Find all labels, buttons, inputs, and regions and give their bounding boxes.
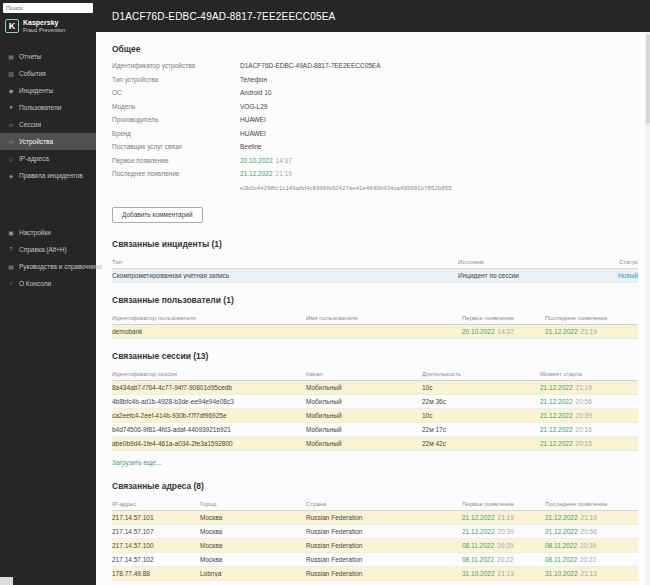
settings-icon: ▣ — [7, 229, 15, 236]
field-label: ОС — [112, 89, 240, 97]
field-model: Модель VOG-L29 — [112, 103, 638, 111]
section-title-incidents: Связанные инциденты (1) — [112, 239, 638, 249]
sidebar-item-label: Настройки — [19, 229, 51, 236]
address-first-seen: 21.12.202220:39 — [462, 528, 545, 535]
field-value: 21.12.202221:19 — [240, 170, 292, 178]
field-value: HUAWEI — [240, 116, 266, 124]
sidebar-collapse-button[interactable] — [0, 577, 13, 585]
search-input[interactable] — [3, 3, 93, 13]
address-last-seen: 21.12.202220:56 — [545, 528, 638, 535]
sidebar-item-label: Справка (Alt+H) — [19, 246, 67, 253]
column-header-first-seen: Первое появление — [462, 315, 545, 321]
ip-address: 217.14.57.101 — [112, 514, 200, 521]
column-header-session-id: Идентификатор сессии — [112, 371, 306, 377]
field-label: Бренд — [112, 130, 240, 138]
session-start: 21.12.202220:15 — [540, 440, 638, 447]
sidebar-item-about-console[interactable]: i О Консоли — [0, 275, 96, 292]
sidebar-item-incident-rules[interactable]: ◈ Правила инцидентов — [0, 167, 96, 184]
session-row[interactable]: ca2eefc4-2eef-414b-930b-f7f7df96925e Моб… — [112, 409, 638, 423]
address-row[interactable]: 217.14.57.102 Москва Russian Federation … — [112, 553, 638, 567]
address-row[interactable]: 217.14.57.100 Москва Russian Federation … — [112, 539, 638, 553]
date-value: 21.12.2022 — [540, 398, 573, 405]
field-label: Первое появление — [112, 157, 240, 165]
events-icon: ▥ — [7, 70, 15, 77]
sidebar-item-reports[interactable]: ▤ Отчеты — [0, 48, 96, 65]
field-value: HUAWEI — [240, 130, 266, 138]
scrollbar-thumb[interactable] — [646, 34, 650, 124]
field-manufacturer: Производитель HUAWEI — [112, 116, 638, 124]
column-header-last-seen: Последнее появление — [545, 501, 638, 507]
incident-type: Скомпрометированная учетная запись — [112, 272, 458, 279]
vertical-scrollbar[interactable] — [645, 32, 650, 585]
time-value: 20:39 — [576, 412, 592, 419]
sidebar-item-guides[interactable]: ▤ Руководства и справочники — [0, 258, 96, 275]
field-first-seen: Первое появление 20.10.202214:37 — [112, 157, 638, 165]
time-value: 21:13 — [581, 570, 597, 577]
ip-address: 178.77.49.88 — [112, 570, 200, 577]
address-last-seen: 08.11.202220:39 — [545, 542, 638, 549]
sidebar-item-settings[interactable]: ▣ Настройки — [0, 224, 96, 241]
address-first-seen: 21.12.202221:19 — [462, 514, 545, 521]
ip-address: 217.14.57.107 — [112, 528, 200, 535]
column-header-ip: IP-адрес — [112, 501, 200, 507]
incident-source: Инцидент по сессии — [458, 272, 604, 279]
address-row[interactable]: 178.77.49.88 Lobnya Russian Federation 3… — [112, 567, 638, 581]
field-label: Последнее появление — [112, 170, 240, 178]
date-value: 20.10.2022 — [462, 328, 495, 335]
load-more-link[interactable]: Загрузить еще... — [112, 459, 161, 466]
session-channel: Мобильный — [306, 412, 422, 419]
address-first-seen: 08.11.202220:22 — [462, 556, 545, 563]
field-os: ОС Android 10 — [112, 89, 638, 97]
time-value: 21:19 — [576, 384, 592, 391]
field-device-type: Тип устройства Телефон — [112, 76, 638, 84]
country: Russian Federation — [306, 542, 462, 549]
date-value: 21.12.2022 — [545, 514, 578, 521]
session-row[interactable]: 4b8bfc4b-ad1b-4928-b3de-ee94e94e08c3 Моб… — [112, 395, 638, 409]
column-header-last-seen: Последнее появление — [545, 315, 638, 321]
session-row[interactable]: 8a434ab7-f764-4c77-94f7-90801d95cedb Моб… — [112, 381, 638, 395]
field-device-id: Идентификатор устройства D1ACF76D-EDBC-4… — [112, 62, 638, 70]
session-row[interactable]: abe0b9d4-1fe4-461a-a034-2fe3a1592800 Моб… — [112, 437, 638, 451]
sessions-icon: ▱ — [7, 121, 15, 128]
field-carrier: Поставщик услуг связи Beeline — [112, 143, 638, 151]
sidebar-item-label: О Консоли — [19, 280, 51, 287]
sidebar-item-help[interactable]: ? Справка (Alt+H) — [0, 241, 96, 258]
time-value: 21:19 — [498, 514, 514, 521]
ip-address: 217.14.57.100 — [112, 542, 200, 549]
address-row[interactable]: 217.14.57.107 Москва Russian Federation … — [112, 525, 638, 539]
session-channel: Мобильный — [306, 440, 422, 447]
city: Москва — [200, 556, 306, 563]
user-row[interactable]: demobank 20.10.202214:37 21.12.202221:19 — [112, 325, 638, 339]
session-start: 21.12.202221:19 — [540, 384, 638, 391]
city: Lobnya — [200, 570, 306, 577]
time-value: 20:39 — [580, 542, 596, 549]
incidents-icon: ◆ — [7, 87, 15, 94]
incident-rules-icon: ◈ — [7, 172, 15, 179]
incident-row[interactable]: Скомпрометированная учетная запись Инцид… — [112, 269, 638, 283]
sidebar-item-devices[interactable]: ▭ Устройства — [0, 133, 96, 150]
sidebar-item-users[interactable]: ● Пользователи — [0, 99, 96, 116]
address-last-seen: 21.12.202221:19 — [545, 514, 638, 521]
field-brand: Бренд HUAWEI — [112, 130, 638, 138]
incidents-table: Тип Источник Статус Скомпрометированная … — [112, 257, 638, 283]
sidebar-item-incidents[interactable]: ◆ Инциденты — [0, 82, 96, 99]
session-start: 21.12.202220:56 — [540, 398, 638, 405]
session-duration: 10с — [422, 384, 540, 391]
brand-subtitle: Fraud Prevention — [23, 27, 65, 34]
add-comment-button[interactable]: Добавить комментарий — [112, 207, 203, 223]
incidents-table-header: Тип Источник Статус — [112, 257, 638, 269]
field-value: Android 10 — [240, 89, 271, 97]
column-header-source: Источник — [458, 259, 604, 265]
city: Москва — [200, 542, 306, 549]
sidebar-item-label: Пользователи — [19, 104, 61, 111]
column-header-duration: Длительность — [422, 371, 540, 377]
sidebar-item-ip-addresses[interactable]: ◇ IP-адреса — [0, 150, 96, 167]
sidebar-item-sessions[interactable]: ▱ Сессии — [0, 116, 96, 133]
date-value: 08.11.2022 — [545, 556, 577, 563]
time-value: 20:22 — [497, 556, 513, 563]
address-row[interactable]: 217.14.57.101 Москва Russian Federation … — [112, 511, 638, 525]
ip-addresses-icon: ◇ — [7, 155, 15, 162]
session-row[interactable]: b4d74506-9f81-4fd3-adaf-44093921b921 Моб… — [112, 423, 638, 437]
sidebar-item-events[interactable]: ▥ События — [0, 65, 96, 82]
sidebar-item-label: Правила инцидентов — [19, 172, 83, 179]
